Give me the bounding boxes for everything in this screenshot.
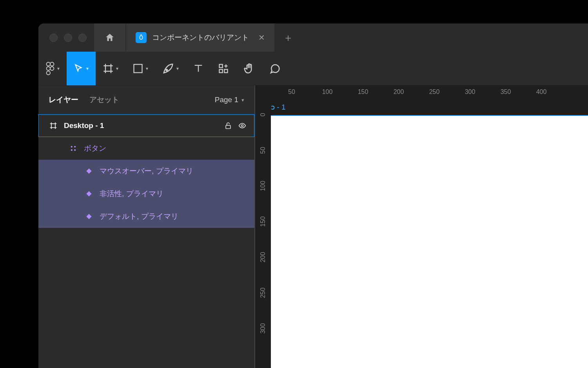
frame-tool[interactable]: ▾ [96, 52, 125, 85]
sidebar-tabs: レイヤー アセット Page 1 ▾ [38, 85, 254, 114]
ruler-tick: 300 [465, 88, 475, 96]
resources-icon [218, 63, 229, 74]
ruler-tick: 0 [260, 113, 267, 117]
file-tab-label: コンポーネントのバリアント [152, 32, 249, 43]
frame-icon [49, 122, 58, 130]
frame-icon [103, 63, 114, 74]
hand-tool[interactable] [236, 52, 262, 85]
page-label: Page 1 [215, 96, 238, 104]
hand-icon [243, 63, 255, 74]
text-icon [193, 63, 204, 74]
ruler-tick: 100 [322, 88, 333, 96]
svg-point-6 [166, 69, 167, 70]
chevron-down-icon: ▾ [57, 66, 60, 71]
ruler-tick: 350 [501, 88, 511, 96]
ruler-tick: 100 [260, 181, 267, 191]
ruler-tick: 150 [358, 88, 368, 96]
ruler-tick: 200 [260, 252, 267, 263]
page-selector[interactable]: Page 1 ▾ [215, 96, 244, 104]
ruler-corner [255, 85, 271, 101]
figma-logo-icon [45, 62, 55, 75]
move-tool[interactable]: ▾ [67, 52, 96, 85]
layer-name: 非活性, プライマリ [100, 189, 163, 199]
layer-name: ボタン [84, 143, 106, 153]
ruler-vertical: 0 50 100 150 200 250 300 [255, 101, 271, 368]
layer-name: デフォルト, プライマリ [100, 211, 178, 222]
file-tab-icon [136, 32, 147, 43]
canvas-frame-label[interactable]: ɔ - 1 [271, 103, 285, 112]
tab-layers[interactable]: レイヤー [49, 95, 78, 105]
rectangle-icon [132, 63, 143, 74]
svg-point-3 [50, 67, 54, 70]
resources-tool[interactable] [211, 52, 236, 85]
ruler-tick: 50 [288, 88, 295, 96]
ruler-tick: 50 [260, 147, 267, 154]
text-tool[interactable] [186, 52, 211, 85]
ruler-tick: 400 [536, 88, 547, 96]
layer-name: Desktop - 1 [64, 121, 104, 130]
layer-row-component-set[interactable]: ボタン [38, 137, 254, 160]
window-minimize-button[interactable] [64, 34, 72, 42]
chevron-down-icon: ▾ [86, 66, 89, 71]
toolbar: ▾ ▾ ▾ ▾ ▾ [38, 52, 588, 85]
titlebar: コンポーネントのバリアント ✕ ＋ [38, 23, 588, 52]
ruler-tick: 250 [260, 288, 267, 298]
window-close-button[interactable] [49, 34, 58, 42]
app-body: レイヤー アセット Page 1 ▾ Desktop - 1 [38, 85, 588, 368]
chevron-down-icon: ▾ [241, 97, 244, 103]
chevron-down-icon: ▾ [176, 66, 179, 71]
svg-rect-9 [224, 69, 227, 72]
home-tab[interactable] [94, 23, 125, 52]
close-tab-button[interactable]: ✕ [258, 33, 265, 42]
canvas[interactable]: 50 100 150 200 250 300 350 400 0 50 100 … [255, 85, 588, 368]
main-menu-button[interactable]: ▾ [38, 52, 67, 85]
chevron-down-icon: ▾ [116, 66, 118, 71]
layer-row-variant[interactable]: デフォルト, プライマリ [38, 205, 254, 228]
ruler-tick: 300 [260, 323, 267, 334]
svg-rect-5 [134, 64, 142, 72]
comment-tool[interactable] [262, 52, 288, 85]
layer-row-variant[interactable]: 非活性, プライマリ [38, 182, 254, 205]
variant-icon [85, 213, 93, 220]
file-tab[interactable]: コンポーネントのバリアント ✕ [126, 23, 274, 52]
component-set-icon [69, 144, 78, 152]
svg-point-0 [47, 62, 50, 65]
svg-point-4 [47, 71, 50, 74]
ruler-horizontal: 50 100 150 200 250 300 350 400 [271, 85, 588, 101]
tab-assets[interactable]: アセット [89, 95, 119, 105]
left-sidebar: レイヤー アセット Page 1 ▾ Desktop - 1 [38, 85, 255, 368]
cursor-icon [74, 63, 84, 74]
app-window: コンポーネントのバリアント ✕ ＋ ▾ ▾ ▾ ▾ ▾ [38, 23, 588, 368]
layer-row-variant[interactable]: マウスオーバー, プライマリ [38, 160, 254, 182]
svg-rect-8 [220, 69, 223, 72]
svg-point-11 [241, 125, 243, 127]
ruler-tick: 250 [429, 88, 440, 96]
pen-tool[interactable]: ▾ [155, 52, 186, 85]
svg-rect-7 [220, 64, 223, 67]
pen-icon [162, 63, 174, 74]
window-zoom-button[interactable] [78, 34, 87, 42]
layer-name: マウスオーバー, プライマリ [100, 166, 193, 176]
layer-row-frame[interactable]: Desktop - 1 [38, 114, 254, 137]
ruler-tick: 150 [260, 216, 267, 227]
chevron-down-icon: ▾ [146, 66, 148, 71]
unlock-icon[interactable] [224, 122, 232, 130]
variant-icon [85, 168, 93, 174]
variant-icon [85, 191, 93, 197]
new-tab-button[interactable]: ＋ [274, 23, 302, 52]
window-controls [38, 23, 94, 52]
visible-icon[interactable] [238, 122, 247, 130]
home-icon [105, 32, 115, 43]
shape-tool[interactable]: ▾ [125, 52, 155, 85]
artboard-desktop-1[interactable] [271, 115, 588, 368]
svg-rect-10 [226, 125, 230, 128]
comment-icon [269, 63, 281, 74]
svg-point-1 [50, 62, 54, 65]
ruler-tick: 200 [394, 88, 404, 96]
svg-point-2 [47, 67, 50, 70]
